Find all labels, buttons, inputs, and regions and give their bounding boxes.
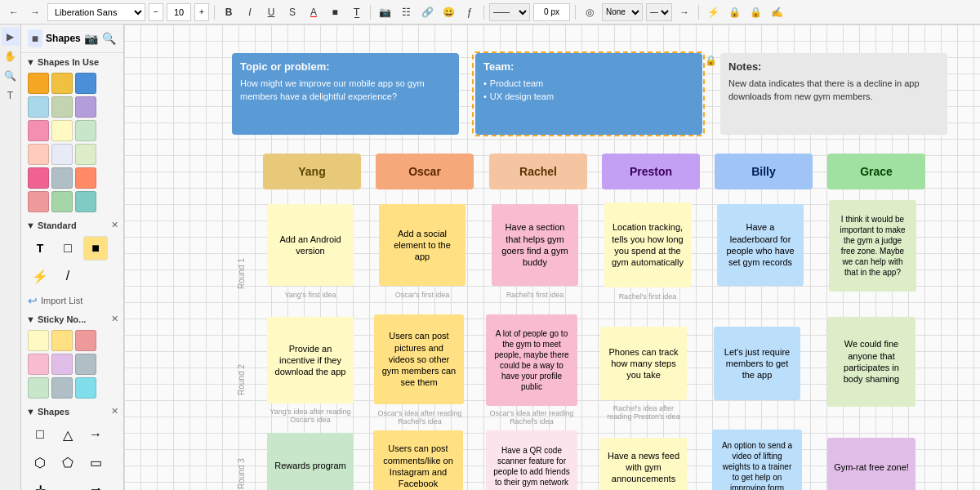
strikethrough-button[interactable]: S [283,3,301,21]
swatch-2[interactable] [51,73,73,94]
shapes-in-use-header[interactable]: ▼ Shapes In Use [21,53,123,69]
note-billy-r1[interactable]: Have a leaderboard for people who have s… [717,204,804,286]
triangle-shape[interactable]: △ [56,422,80,447]
search-btn[interactable]: 🔍 [102,29,117,47]
text-shape[interactable]: T [28,236,52,261]
sticky-swatch-3[interactable] [75,330,96,351]
sticky-swatch-9[interactable] [75,377,96,399]
swatch-3[interactable] [75,73,96,94]
highlight-button[interactable]: ■ [326,3,344,21]
sticky-notes-header[interactable]: ▼ Sticky No... ✕ [21,310,123,327]
note-yang-r2[interactable]: Provide an incentive if they download th… [267,317,354,403]
zoom-tool[interactable]: 🔍 [2,67,20,85]
sticky-swatch-1[interactable] [28,330,49,351]
pen-button[interactable]: ✍ [768,3,786,21]
font-style-button[interactable]: T̲ [347,3,365,21]
lightning-button[interactable]: ⚡ [704,3,722,21]
note-preston-r1[interactable]: Location tracking, tells you how long yo… [604,203,691,287]
swatch-7[interactable] [28,120,49,141]
link-button[interactable]: 🔗 [418,3,436,21]
topic-box[interactable]: Topic or problem: How might we improve o… [232,53,459,135]
line-style-select[interactable]: —— [489,3,530,21]
swatch-4[interactable] [28,96,49,118]
text-tool[interactable]: T [2,87,20,105]
note-oscar-r2[interactable]: Users can post pictures and videos so ot… [374,314,464,404]
align-select[interactable]: None [602,3,643,21]
swatch-5[interactable] [51,96,73,118]
note-rachel-r3[interactable]: Have a QR code scanner feature for peopl… [486,430,577,490]
rect-shape[interactable]: □ [56,236,80,261]
font-size-increase[interactable]: + [194,3,209,21]
bold-button[interactable]: B [220,3,238,21]
swatch-12[interactable] [75,144,96,165]
redo-button[interactable]: → [26,3,44,21]
note-rachel-r1[interactable]: Have a section that helps gym goers find… [492,204,578,286]
col-rachel[interactable]: Rachel [489,154,587,189]
shapes-icon-btn[interactable]: ■ [28,29,42,47]
sticky-swatch-5[interactable] [51,354,73,375]
swatch-15[interactable] [75,167,96,189]
col-billy[interactable]: Billy [715,154,813,189]
hexagon-shape[interactable]: ⬡ [28,450,52,474]
arrow-right2-shape[interactable]: ⇒ [83,478,108,490]
filled-rect-shape[interactable]: ■ [83,236,108,261]
note-yang-r1[interactable]: Add an Android version [267,204,354,286]
italic-button[interactable]: I [241,3,259,21]
standard-close[interactable]: ✕ [111,220,118,230]
col-yang[interactable]: Yang [263,154,361,189]
swatch-16[interactable] [28,191,49,212]
table-button[interactable]: ​☷ [397,3,415,21]
import-list-btn[interactable]: ↩ Import List [21,292,123,310]
hand-tool[interactable]: ✋ [2,47,20,65]
col-oscar[interactable]: Oscar [376,154,474,189]
pentagon-shape[interactable]: ⬠ [56,450,80,474]
shield-button[interactable]: 🔒 [746,3,764,21]
image-button[interactable]: 📷 [376,3,394,21]
note-oscar-r3[interactable]: Users can post comments/like on Instagra… [373,430,463,490]
note-preston-r2[interactable]: Phones can track how many steps you take [600,327,687,400]
swatch-11[interactable] [51,144,73,165]
cloud-shape[interactable]: ☁ [56,478,80,490]
swatch-13[interactable] [28,167,49,189]
swatch-6[interactable] [75,96,96,118]
team-box[interactable]: Team: • Product team • UX design team [475,53,702,135]
swatch-17[interactable] [51,191,73,212]
extra-button[interactable]: → [675,3,693,21]
line-shape[interactable]: / [56,264,80,288]
arrow-right-shape[interactable]: → [83,422,108,447]
sticky-swatch-7[interactable] [28,377,49,399]
note-grace-r3[interactable]: Gym-rat free zone! [827,438,915,490]
col-grace[interactable]: Grace [827,154,925,189]
font-size-decrease[interactable]: − [149,3,163,21]
sticky-swatch-6[interactable] [75,354,96,375]
standard-header[interactable]: ▼ Standard ✕ [21,216,123,233]
undo-button[interactable]: ← [5,3,23,21]
font-size-input[interactable] [167,3,191,21]
note-grace-r2[interactable]: We could fine anyone that participates i… [827,317,915,407]
cross-shape[interactable]: ✛ [28,478,52,490]
image-search-btn[interactable]: 📷 [84,29,99,47]
col-preston[interactable]: Preston [602,154,700,189]
canvas[interactable]: Topic or problem: How might we improve o… [124,24,980,490]
rounded-rect-shape[interactable]: ▭ [83,450,108,474]
note-oscar-r1[interactable]: Add a social element to the app [379,204,466,286]
font-color-button[interactable]: A [305,3,323,21]
cursor-tool[interactable]: ▶ [2,28,20,46]
swatch-1[interactable] [28,73,49,94]
shapes-section-header[interactable]: ▼ Shapes ✕ [21,402,123,419]
swatch-10[interactable] [28,144,49,165]
note-billy-r3[interactable]: An option to send a video of lifting wei… [712,430,802,490]
sticky-swatch-2[interactable] [51,330,73,351]
sticky-swatch-4[interactable] [28,354,49,375]
note-yang-r3[interactable]: Rewards program [267,433,354,490]
swatch-14[interactable] [51,167,73,189]
note-preston-r3[interactable]: Have a news feed with gym announcements [600,438,687,490]
swatch-8[interactable] [51,120,73,141]
line-width-input[interactable] [533,3,570,21]
lightning-shape[interactable]: ⚡ [28,264,52,288]
notes-box[interactable]: Notes: New data indicates that there is … [720,53,947,135]
note-billy-r2[interactable]: Let's just require members to get the ap… [714,327,800,400]
note-grace-r1[interactable]: I think it would be important to make th… [829,200,916,292]
formula-button[interactable]: ƒ [461,3,479,21]
lock-button[interactable]: 🔒 [725,3,743,21]
